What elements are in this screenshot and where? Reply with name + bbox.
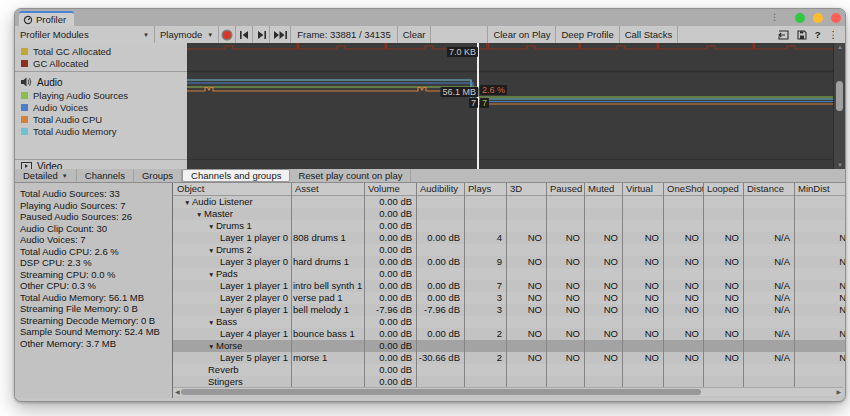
stat-line: Sample Sound Memory: 52.4 MB xyxy=(20,326,172,338)
foldout-triangle-icon[interactable]: ▼ xyxy=(208,221,216,232)
table-row[interactable]: Layer 6 player 1bell melody 1-7.96 dB-7.… xyxy=(173,304,845,316)
muted-cell: NO xyxy=(584,256,622,268)
foldout-triangle-icon[interactable]: ▼ xyxy=(208,269,216,280)
foldout-triangle-icon[interactable]: ▼ xyxy=(208,341,216,352)
tab-profiler[interactable]: Profiler xyxy=(19,11,74,26)
table-row[interactable]: ▼Pads0.00 dB xyxy=(173,268,845,280)
audio-legend-item[interactable]: Audio Voices xyxy=(15,101,187,113)
scroll-right-icon[interactable]: ▶ xyxy=(836,388,841,396)
chart-scrollbar-thumb[interactable] xyxy=(836,81,843,111)
audio-legend-item[interactable]: Total Audio Memory xyxy=(15,125,187,137)
foldout-triangle-icon[interactable]: ▼ xyxy=(196,209,204,220)
load-profile-button[interactable] xyxy=(774,30,793,40)
distance-cell: N/A xyxy=(743,280,794,292)
column-header-volume[interactable]: Volume xyxy=(364,183,416,195)
column-header-paused[interactable]: Paused xyxy=(546,183,584,195)
column-header-virtual[interactable]: Virtual xyxy=(622,183,663,195)
stat-line: Streaming CPU: 0.0 % xyxy=(20,269,172,281)
context-menu-button[interactable]: ⋮ xyxy=(825,29,843,40)
memory-legend-item[interactable]: Total GC Allocated xyxy=(15,45,187,57)
column-header-looped[interactable]: Looped xyxy=(703,183,743,195)
column-header-muted[interactable]: Muted xyxy=(584,183,622,195)
clear-on-play-toggle[interactable]: Clear on Play xyxy=(487,26,556,43)
table-row[interactable]: Layer 4 player 1bounce bass 10.00 dB0.00… xyxy=(173,328,845,340)
table-scrollbar-thumb[interactable] xyxy=(181,389,701,395)
table-row[interactable]: ▼Audio Listener0.00 dB xyxy=(173,196,845,208)
chart-vertical-scrollbar[interactable]: ▲ ▼ xyxy=(833,43,845,169)
asset-cell xyxy=(291,340,364,352)
audio-legend-item[interactable]: Playing Audio Sources xyxy=(15,89,187,101)
muted-cell xyxy=(584,268,622,280)
oneshot-cell: NO xyxy=(663,292,703,304)
stat-line: Audio Voices: 7 xyxy=(20,234,172,246)
tab-channels-and-groups[interactable]: Channels and groups xyxy=(182,169,290,182)
next-frame-button[interactable] xyxy=(253,26,270,43)
memory-legend-item[interactable]: GC Allocated xyxy=(15,57,187,69)
current-frame-button[interactable] xyxy=(270,26,291,43)
window-minimize-button[interactable] xyxy=(813,13,823,23)
call-stacks-dropdown[interactable]: Call Stacks xyxy=(620,26,679,43)
scroll-down-icon[interactable]: ▼ xyxy=(834,162,846,168)
titlebar-menu-dots-icon[interactable]: ⋮ xyxy=(770,12,779,22)
column-header-object[interactable]: Object xyxy=(173,183,291,195)
plays-cell xyxy=(464,316,506,328)
d3-cell: NO xyxy=(506,232,546,244)
table-row[interactable]: ▼Bass0.00 dB xyxy=(173,316,845,328)
volume-cell: 0.00 dB xyxy=(364,256,416,268)
column-header-mindist[interactable]: MinDist xyxy=(794,183,845,195)
tab-channels[interactable]: Channels xyxy=(77,169,134,182)
audio-module-header[interactable]: Audio xyxy=(15,75,187,89)
volume-cell: 0.00 dB xyxy=(364,208,416,220)
object-name: Stingers xyxy=(208,376,243,387)
table-rows: ▼Audio Listener0.00 dB▼Master0.00 dB▼Dru… xyxy=(173,196,845,388)
table-row[interactable]: ▼Drums 10.00 dB xyxy=(173,220,845,232)
video-module-header[interactable]: Video xyxy=(15,161,187,169)
asset-cell xyxy=(291,364,364,376)
virtual-cell: NO xyxy=(622,304,663,316)
column-header-plays[interactable]: Plays xyxy=(464,183,506,195)
table-row[interactable]: Layer 1 player 0808 drums 10.00 dB0.00 d… xyxy=(173,232,845,244)
table-row[interactable]: Layer 2 player 0verse pad 10.00 dB0.00 d… xyxy=(173,292,845,304)
table-row[interactable]: Layer 5 player 1morse 10.00 dB-30.66 dB2… xyxy=(173,352,845,364)
foldout-triangle-icon[interactable]: ▼ xyxy=(208,317,216,328)
clear-button[interactable]: Clear xyxy=(397,26,432,43)
column-header-audibility[interactable]: Audibility xyxy=(416,183,464,195)
table-row[interactable]: ▼Master0.00 dB xyxy=(173,208,845,220)
foldout-triangle-icon[interactable]: ▼ xyxy=(208,245,216,256)
column-header-distance[interactable]: Distance xyxy=(743,183,794,195)
looped-cell xyxy=(703,196,743,208)
detailed-view-dropdown[interactable]: Detailed ▼ xyxy=(15,169,77,182)
reset-play-count-toggle[interactable]: Reset play count on play xyxy=(290,169,411,182)
playmode-dropdown[interactable]: Playmode ▼ xyxy=(155,26,219,43)
table-row[interactable]: Reverb0.00 dB xyxy=(173,364,845,376)
record-button[interactable] xyxy=(219,26,236,43)
deep-profile-toggle[interactable]: Deep Profile xyxy=(556,26,619,43)
table-row[interactable]: ▼Morse0.00 dB xyxy=(173,340,845,352)
scroll-up-icon[interactable]: ▲ xyxy=(834,44,846,50)
tab-groups[interactable]: Groups xyxy=(134,169,182,182)
asset-cell xyxy=(291,220,364,232)
audio-legend-item[interactable]: Total Audio CPU xyxy=(15,113,187,125)
looped-cell: NO xyxy=(703,256,743,268)
mindist-cell: N/A xyxy=(794,256,845,268)
help-button[interactable]: ? xyxy=(811,29,825,40)
table-row[interactable]: Layer 1 player 1intro bell synth 10.00 d… xyxy=(173,280,845,292)
window-close-button[interactable] xyxy=(831,13,841,23)
column-header-3d[interactable]: 3D xyxy=(506,183,546,195)
asset-cell xyxy=(291,316,364,328)
column-header-asset[interactable]: Asset xyxy=(291,183,364,195)
window-zoom-button[interactable] xyxy=(795,13,805,23)
scroll-left-icon[interactable]: ◀ xyxy=(175,388,180,396)
table-row[interactable]: ▼Drums 20.00 dB xyxy=(173,244,845,256)
profiler-modules-dropdown[interactable]: Profiler Modules ▼ xyxy=(15,26,155,43)
chart-canvas[interactable]: 7.0 KB 56.1 MB 2.6 % 7 7 xyxy=(187,43,835,169)
volume-cell: 0.00 dB xyxy=(364,316,416,328)
column-header-oneshot[interactable]: OneShot xyxy=(663,183,703,195)
table-row[interactable]: Layer 3 player 0hard drums 10.00 dB0.00 … xyxy=(173,256,845,268)
table-horizontal-scrollbar[interactable]: ◀ ▶ xyxy=(173,387,843,396)
profiler-window: Profiler ⋮ Profiler Modules ▼ Playmode ▼ xyxy=(14,8,846,402)
foldout-triangle-icon[interactable]: ▼ xyxy=(184,197,192,208)
previous-frame-button[interactable] xyxy=(236,26,253,43)
distance-cell xyxy=(743,220,794,232)
save-profile-button[interactable] xyxy=(793,30,811,40)
